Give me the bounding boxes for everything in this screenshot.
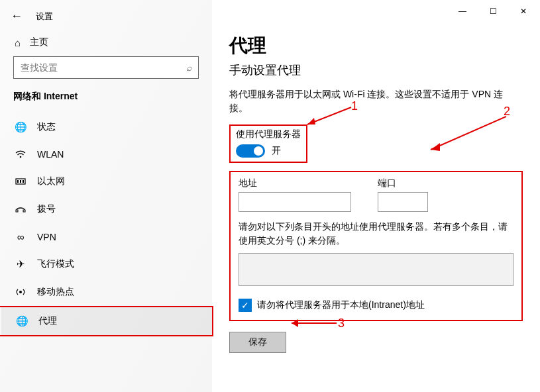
proxy-icon: 🌐 (16, 315, 28, 327)
sidebar-item-label: 代理 (38, 315, 57, 327)
sidebar-item-hotspot[interactable]: 移动热点 (0, 278, 212, 306)
sidebar-item-vpn[interactable]: ∞ VPN (0, 223, 212, 250)
annotation-3: 3 (338, 317, 345, 330)
proxy-toggle[interactable] (236, 144, 265, 158)
close-button[interactable]: ✕ (508, 1, 539, 21)
bypass-note: 请勿对以下列条目开头的地址使用代理服务器。若有多个条目，请使用英文分号 (;) … (239, 220, 513, 248)
sidebar-item-airplane[interactable]: ✈ 飞行模式 (0, 250, 212, 278)
sidebar: ← 设置 ⌂ 主页 ⌕ 网络和 Internet 🌐 状态 WLAN 以太网 (0, 0, 212, 392)
intranet-checkbox-label: 请勿将代理服务器用于本地(Intranet)地址 (257, 299, 425, 311)
annotation-1: 1 (351, 99, 358, 113)
bypass-textarea[interactable] (239, 253, 513, 286)
port-label: 端口 (378, 177, 428, 189)
wifi-icon (15, 150, 27, 159)
airplane-icon: ✈ (15, 258, 27, 270)
home-icon: ⌂ (15, 37, 21, 48)
sidebar-item-status[interactable]: 🌐 状态 (0, 113, 212, 141)
proxy-details-group: 地址 端口 请勿对以下列条目开头的地址使用代理服务器。若有多个条目，请使用英文分… (229, 171, 523, 321)
window-controls: — ☐ ✕ (447, 1, 539, 21)
section-subtitle: 手动设置代理 (229, 62, 523, 78)
category-label: 网络和 Internet (0, 91, 212, 109)
sidebar-item-dialup[interactable]: 拨号 (0, 195, 212, 223)
ethernet-icon (15, 177, 27, 186)
sidebar-item-label: 拨号 (37, 203, 56, 215)
save-button[interactable]: 保存 (229, 332, 286, 353)
address-label: 地址 (239, 177, 351, 189)
sidebar-item-label: WLAN (37, 149, 64, 160)
home-label: 主页 (30, 36, 48, 48)
intranet-checkbox[interactable]: ✓ (239, 299, 252, 312)
svg-rect-4 (23, 180, 24, 183)
toggle-label: 使用代理服务器 (236, 128, 301, 140)
minimize-button[interactable]: — (447, 1, 478, 21)
content-area: — ☐ ✕ 代理 手动设置代理 将代理服务器用于以太网或 Wi-Fi 连接。这些… (212, 0, 540, 392)
nav-list: 🌐 状态 WLAN 以太网 拨号 ∞ VPN ✈ 飞行模式 (0, 113, 212, 336)
dialup-icon (15, 205, 27, 214)
proxy-toggle-group: 使用代理服务器 开 (229, 124, 307, 163)
svg-rect-5 (16, 210, 18, 212)
sidebar-item-label: 飞行模式 (37, 258, 74, 270)
sidebar-item-label: 移动热点 (37, 286, 74, 298)
sidebar-item-ethernet[interactable]: 以太网 (0, 168, 212, 195)
sidebar-item-wlan[interactable]: WLAN (0, 141, 212, 168)
window-title: 设置 (36, 11, 53, 23)
port-input[interactable] (378, 192, 428, 212)
svg-line-10 (431, 117, 506, 150)
svg-rect-3 (20, 180, 21, 183)
section-description: 将代理服务器用于以太网或 Wi-Fi 连接。这些设置不适用于 VPN 连接。 (229, 87, 514, 115)
sidebar-item-home[interactable]: ⌂ 主页 (0, 31, 212, 56)
maximize-button[interactable]: ☐ (478, 1, 508, 21)
sidebar-item-label: VPN (37, 232, 56, 242)
annotation-2: 2 (504, 105, 510, 119)
sidebar-item-proxy[interactable]: 🌐 代理 (1, 307, 212, 335)
svg-rect-6 (23, 210, 25, 212)
svg-marker-9 (307, 118, 315, 124)
toggle-state-label: 开 (272, 145, 281, 157)
arrow-2 (424, 114, 510, 156)
address-input[interactable] (239, 192, 351, 212)
svg-point-0 (20, 156, 22, 158)
hotspot-icon (15, 287, 27, 297)
search-input[interactable] (21, 62, 186, 73)
page-title: 代理 (229, 33, 523, 58)
vpn-icon: ∞ (15, 231, 27, 242)
svg-marker-11 (431, 143, 440, 151)
sidebar-item-label: 状态 (37, 121, 56, 133)
back-button[interactable]: ← (11, 9, 23, 23)
sidebar-item-label: 以太网 (37, 175, 65, 187)
svg-rect-2 (17, 180, 19, 183)
search-icon: ⌕ (186, 62, 191, 73)
svg-point-7 (19, 291, 22, 293)
globe-icon: 🌐 (15, 121, 27, 133)
search-box[interactable]: ⌕ (13, 56, 199, 79)
